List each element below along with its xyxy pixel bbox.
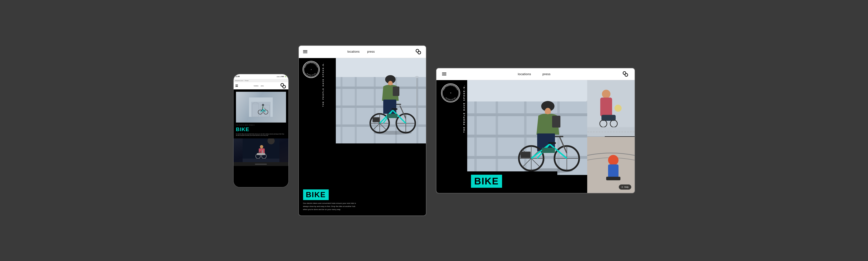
- tablet-middle-device: locations press EARLY ADOPTER ACCOUNT AS…: [298, 45, 426, 216]
- phone-nav-links: locations press: [254, 85, 264, 87]
- signal-icon: ▲▲▲: [277, 76, 281, 77]
- svg-text:EARLY ADOPTER ACCOUNT: EARLY ADOPTER ACCOUNT: [304, 62, 318, 68]
- svg-rect-111: [600, 97, 612, 117]
- desktop-stamp-svg: EARLY ADOPTER ACCOUNT AS EARLY AS CAN ★: [442, 84, 460, 102]
- desktop-help-button[interactable]: ⊙ Help: [619, 185, 631, 190]
- svg-rect-103: [521, 152, 530, 158]
- desktop-nav-locations[interactable]: locations: [518, 72, 531, 76]
- svg-rect-87: [552, 116, 560, 128]
- svg-text:AS EARLY AS CAN: AS EARLY AS CAN: [445, 97, 456, 100]
- svg-point-69: [625, 73, 628, 76]
- svg-text:★: ★: [450, 92, 451, 94]
- svg-point-28: [418, 51, 421, 54]
- phone-url: ridegotcha.com — Private: [235, 80, 249, 81]
- desktop-bike-label-box: BIKE: [471, 175, 502, 188]
- svg-rect-77: [474, 101, 477, 175]
- phone-nav-locations[interactable]: locations: [254, 85, 258, 87]
- svg-rect-43: [336, 58, 426, 77]
- svg-rect-79: [524, 101, 526, 175]
- phone-status-bar: 11:09 ▲▲▲ WiFi 🔋: [234, 74, 288, 79]
- svg-rect-75: [467, 101, 605, 175]
- tablet-cyclist-photo: [336, 58, 426, 143]
- svg-rect-25: [262, 150, 263, 153]
- phone-bottom-bar: [234, 162, 288, 166]
- phone-scooter-image: [234, 138, 288, 162]
- svg-rect-78: [496, 101, 498, 175]
- desktop-early-adopter-stamp: EARLY ADOPTER ACCOUNT AS EARLY AS CAN ★: [441, 84, 460, 102]
- phone-time: 11:09: [236, 76, 240, 77]
- phone-spoke-label: THE PEOPLE HAVE SPOKE-N.: [236, 125, 286, 126]
- desktop-vertical-tagline: THE PEOPLE HAVE SPOKE-N.: [463, 85, 465, 133]
- svg-point-1: [283, 85, 285, 88]
- bike-photo-inner: [336, 58, 426, 143]
- tablet-nav-locations[interactable]: locations: [347, 50, 360, 53]
- svg-rect-120: [608, 164, 619, 178]
- svg-point-112: [615, 104, 622, 112]
- desktop-device: locations press EARLY ADOPTER ACCOUNT AS…: [436, 68, 635, 193]
- early-adopter-stamp: EARLY ADOPTER ACCOUNT AS EARLY AS CAN ★: [303, 61, 320, 78]
- phone-device: 11:09 ▲▲▲ WiFi 🔋 ridegotcha.com — Privat…: [233, 74, 289, 188]
- phone-content: THE PEOPLE HAVE SPOKE-N. BIKE Our electr…: [234, 89, 288, 187]
- svg-rect-83: [467, 135, 605, 137]
- desktop-bike-photo: [467, 80, 605, 175]
- phone-hamburger-icon[interactable]: [236, 85, 238, 87]
- phone-bike-description: Our electric bikes and convenient hubs e…: [236, 133, 286, 137]
- phone-text-section: THE PEOPLE HAVE SPOKE-N. BIKE Our electr…: [234, 123, 288, 139]
- cyclist-illustration: [249, 96, 273, 118]
- svg-rect-76: [467, 80, 605, 101]
- svg-point-6: [262, 104, 264, 106]
- svg-rect-24: [257, 153, 265, 155]
- desktop-thumb-1: [587, 80, 634, 136]
- phone-home-indicator: [255, 164, 267, 165]
- svg-point-18: [260, 145, 263, 149]
- desktop-nav-press[interactable]: press: [542, 72, 551, 76]
- svg-point-65: [374, 131, 412, 135]
- svg-point-110: [602, 90, 611, 98]
- svg-point-67: [415, 76, 419, 78]
- desktop-nav-links: locations press: [518, 72, 551, 76]
- svg-rect-48: [389, 100, 396, 114]
- tablet-bike-label: BIKE: [306, 190, 326, 199]
- desktop-bike-label: BIKE: [474, 176, 499, 186]
- desktop-help-label: Help: [624, 186, 629, 188]
- stamp-svg: EARLY ADOPTER ACCOUNT AS EARLY AS CAN ★: [303, 61, 319, 77]
- desktop-bottom-section: BIKE: [467, 171, 557, 193]
- phone-hero-image: [234, 89, 288, 123]
- phone-scooter-scene: [234, 138, 288, 162]
- phone-status-icons: ▲▲▲ WiFi 🔋: [277, 76, 286, 77]
- vertical-tagline: THE PEOPLE HAVE SPOKE-N.: [322, 62, 324, 107]
- hamburger-menu-icon[interactable]: [303, 50, 307, 53]
- svg-rect-40: [336, 87, 426, 89]
- desktop-content: EARLY ADOPTER ACCOUNT AS EARLY AS CAN ★ …: [436, 80, 634, 193]
- thumb1-svg: [587, 80, 634, 136]
- svg-rect-46: [393, 87, 399, 96]
- svg-rect-63: [392, 108, 398, 110]
- tablet-nav-links: locations press: [347, 50, 375, 53]
- tablet-content: EARLY ADOPTER ACCOUNT AS EARLY AS CAN ★ …: [299, 58, 426, 216]
- tablet-nav-press[interactable]: press: [367, 50, 375, 53]
- tablet-bike-photo: [336, 58, 426, 143]
- phone-cyclist-photo: [236, 92, 286, 123]
- svg-rect-41: [336, 105, 426, 108]
- svg-text:AS EARLY AS CAN: AS EARLY AS CAN: [306, 72, 316, 76]
- wifi-icon: WiFi: [281, 76, 284, 77]
- tablet-nav: locations press: [299, 46, 426, 58]
- desktop-cyclist-photo: [467, 80, 605, 175]
- desktop-side-thumbnails: [587, 80, 634, 193]
- phone-nav-press[interactable]: press: [261, 85, 264, 87]
- tablet-bike-label-box: BIKE: [303, 189, 329, 200]
- svg-rect-26: [243, 159, 279, 162]
- svg-rect-80: [557, 101, 560, 175]
- desktop-help-circle-icon: ⊙: [621, 186, 623, 188]
- desktop-hamburger-icon[interactable]: [442, 72, 446, 75]
- phone-url-bar: ridegotcha.com — Private: [234, 79, 288, 82]
- scooter-illustration: [243, 138, 279, 162]
- svg-rect-105: [542, 148, 555, 153]
- svg-text:EARLY ADOPTER ACCOUNT: EARLY ADOPTER ACCOUNT: [443, 85, 458, 91]
- svg-rect-42: [336, 125, 426, 127]
- svg-rect-82: [467, 113, 605, 116]
- svg-rect-62: [373, 117, 380, 122]
- phone-nav: locations press: [234, 82, 288, 89]
- svg-rect-104: [548, 142, 556, 144]
- svg-point-119: [608, 155, 619, 165]
